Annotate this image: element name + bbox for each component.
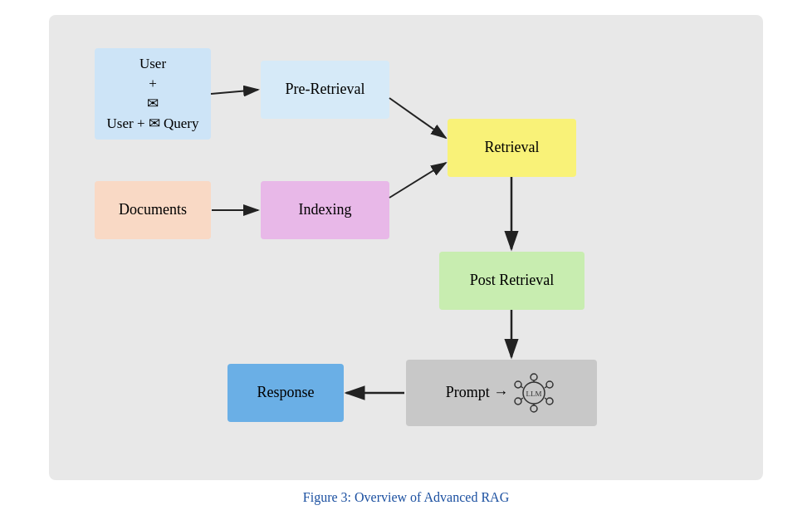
post-retrieval-label: Post Retrieval xyxy=(470,271,555,290)
svg-line-7 xyxy=(545,398,547,400)
indexing-node: Indexing xyxy=(261,181,389,239)
retrieval-node: Retrieval xyxy=(448,119,576,177)
documents-node: Documents xyxy=(95,181,211,239)
user-query-node: User + ✉ User + ✉ Query xyxy=(95,48,211,140)
post-retrieval-node: Post Retrieval xyxy=(439,252,585,310)
llm-icon: LLM xyxy=(511,370,557,416)
svg-point-2 xyxy=(531,374,537,380)
diagram-container: User + ✉ User + ✉ Query Pre-Retrieval Re… xyxy=(49,15,763,480)
pre-retrieval-label: Pre-Retrieval xyxy=(286,80,365,99)
indexing-label: Indexing xyxy=(299,200,352,219)
user-label: User xyxy=(139,55,166,73)
response-label: Response xyxy=(257,383,315,402)
documents-label: Documents xyxy=(119,200,187,219)
query-label: User + ✉ Query xyxy=(107,115,199,133)
svg-line-13 xyxy=(521,386,523,388)
svg-point-4 xyxy=(546,381,553,388)
svg-line-15 xyxy=(211,90,258,94)
pre-retrieval-node: Pre-Retrieval xyxy=(261,61,389,119)
svg-line-5 xyxy=(545,386,547,388)
svg-point-6 xyxy=(546,398,553,405)
plus-label: + xyxy=(149,75,157,93)
email-icon: ✉ xyxy=(147,95,159,113)
figure-caption: Figure 3: Overview of Advanced RAG xyxy=(303,490,509,505)
svg-line-16 xyxy=(389,98,446,138)
svg-line-11 xyxy=(521,398,523,400)
svg-line-18 xyxy=(389,163,446,198)
prompt-llm-node: Prompt → LLM xyxy=(406,360,597,426)
svg-point-8 xyxy=(531,405,537,412)
retrieval-label: Retrieval xyxy=(485,138,540,157)
response-node: Response xyxy=(227,364,344,422)
svg-text:LLM: LLM xyxy=(526,390,542,398)
prompt-label: Prompt → xyxy=(446,383,509,402)
svg-point-10 xyxy=(515,398,521,405)
svg-point-12 xyxy=(515,381,521,388)
